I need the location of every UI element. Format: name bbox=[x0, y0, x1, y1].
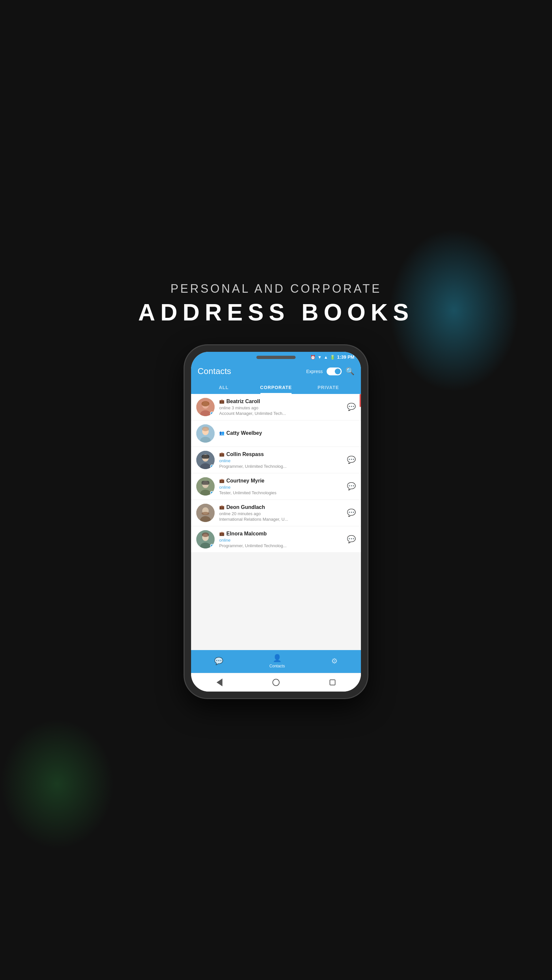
briefcase-icon: 💼 bbox=[219, 505, 224, 510]
phone-screen: ⏰ ▼ ▲ 🔋 1:39 PM Contacts Express bbox=[191, 352, 361, 692]
android-nav-bar bbox=[191, 673, 361, 692]
status-dot bbox=[210, 465, 214, 468]
status-dot bbox=[210, 491, 214, 495]
status-dot bbox=[210, 544, 214, 548]
tab-private[interactable]: PRIVATE bbox=[302, 382, 355, 394]
contact-info: 👥 Catty Weelbey bbox=[219, 430, 356, 437]
header-controls: Express 🔍 bbox=[306, 367, 355, 375]
group-icon: 👥 bbox=[219, 431, 224, 436]
app-header: Contacts Express 🔍 ALL CORP bbox=[191, 362, 361, 394]
avatar-img-2 bbox=[196, 424, 215, 442]
status-dot bbox=[210, 412, 214, 415]
svg-rect-15 bbox=[202, 481, 209, 485]
contact-info: 💼 Deon Gundlach online 20 minutes ago In… bbox=[219, 504, 344, 522]
svg-point-23 bbox=[202, 533, 209, 537]
table-row[interactable]: 💼 Collin Respass online Programmer, Unli… bbox=[191, 447, 361, 473]
back-button[interactable] bbox=[215, 678, 224, 687]
briefcase-icon: 💼 bbox=[219, 478, 224, 483]
recents-icon bbox=[329, 679, 336, 685]
signal-icon: ▲ bbox=[324, 355, 328, 360]
contact-status-online: online bbox=[219, 458, 344, 463]
express-label: Express bbox=[306, 369, 323, 374]
wifi-icon: ▼ bbox=[318, 355, 322, 360]
contact-subtitle: Programmer, Unlimited Technolog... bbox=[219, 464, 344, 469]
nav-item-settings[interactable]: ⚙ bbox=[331, 657, 338, 665]
phone-frame: ⏰ ▼ ▲ 🔋 1:39 PM Contacts Express bbox=[185, 345, 367, 698]
nav-item-contacts[interactable]: 👤 Contacts bbox=[269, 654, 285, 668]
svg-rect-11 bbox=[202, 455, 209, 459]
contact-status-online: online bbox=[219, 485, 344, 490]
battery-icon: 🔋 bbox=[330, 355, 335, 360]
bottom-nav: 💬 👤 Contacts ⚙ bbox=[191, 650, 361, 673]
contact-info: 💼 Elnora Malcomb online Programmer, Unli… bbox=[219, 531, 344, 548]
contact-subtitle: Account Manager, Unlimited Tech... bbox=[219, 411, 344, 416]
svg-point-19 bbox=[202, 512, 209, 515]
contact-subtitle: Programmer, Unlimited Technolog... bbox=[219, 543, 344, 548]
header-subtitle: PERSONAL AND CORPORATE bbox=[138, 282, 414, 296]
nav-contacts-label: Contacts bbox=[269, 664, 285, 668]
contact-info: 💼 Beatriz Caroll online 3 minutes ago Ac… bbox=[219, 399, 344, 416]
express-toggle[interactable] bbox=[327, 368, 342, 375]
contact-name: Courtney Myrie bbox=[226, 478, 264, 484]
contact-name: Deon Gundlach bbox=[226, 504, 265, 510]
avatar bbox=[196, 424, 215, 442]
avatar bbox=[196, 477, 215, 496]
tab-corporate[interactable]: CORPORATE bbox=[250, 382, 302, 394]
contact-subtitle: Tester, Unlimited Technologies bbox=[219, 490, 344, 495]
contact-status: online 20 minutes ago bbox=[219, 511, 344, 516]
table-row[interactable]: 💼 Courtney Myrie online Tester, Unlimite… bbox=[191, 473, 361, 500]
green-blob bbox=[0, 719, 115, 850]
tabs-bar: ALL CORPORATE PRIVATE bbox=[197, 382, 355, 394]
contact-status-online: online bbox=[219, 538, 344, 542]
alarm-icon: ⏰ bbox=[310, 355, 315, 360]
chat-icon[interactable]: 💬 bbox=[347, 403, 356, 411]
avatar bbox=[196, 451, 215, 469]
briefcase-icon: 💼 bbox=[219, 531, 224, 536]
table-row[interactable]: 💼 Elnora Malcomb online Programmer, Unli… bbox=[191, 526, 361, 553]
table-row[interactable]: 👥 Catty Weelbey bbox=[191, 420, 361, 447]
settings-nav-icon: ⚙ bbox=[331, 657, 338, 665]
page-container: PERSONAL AND CORPORATE ADDRESS BOOKS ⏰ ▼… bbox=[138, 282, 414, 698]
home-icon bbox=[272, 679, 280, 686]
avatar bbox=[196, 504, 215, 522]
contact-info: 💼 Courtney Myrie online Tester, Unlimite… bbox=[219, 478, 344, 495]
scrollbar bbox=[360, 394, 361, 407]
contact-subtitle: International Relations Manager, U... bbox=[219, 517, 344, 522]
table-row[interactable]: 💼 Beatriz Caroll online 3 minutes ago Ac… bbox=[191, 394, 361, 420]
status-icons: ⏰ ▼ ▲ 🔋 1:39 PM bbox=[310, 355, 355, 360]
app-header-top: Contacts Express 🔍 bbox=[197, 366, 355, 376]
status-time: 1:39 PM bbox=[337, 355, 355, 360]
avatar-img-5 bbox=[196, 504, 215, 522]
contact-name: Beatriz Caroll bbox=[226, 399, 260, 404]
chat-icon[interactable]: 💬 bbox=[347, 535, 356, 544]
app-title: Contacts bbox=[197, 366, 231, 376]
header-text: PERSONAL AND CORPORATE ADDRESS BOOKS bbox=[138, 282, 414, 326]
nav-item-messages[interactable]: 💬 bbox=[214, 657, 223, 665]
search-icon[interactable]: 🔍 bbox=[345, 367, 355, 375]
briefcase-icon: 💼 bbox=[219, 452, 224, 457]
avatar bbox=[196, 398, 215, 416]
chat-icon[interactable]: 💬 bbox=[347, 456, 356, 464]
header-title: ADDRESS BOOKS bbox=[138, 299, 414, 326]
tab-all[interactable]: ALL bbox=[197, 382, 250, 394]
contacts-list[interactable]: 💼 Beatriz Caroll online 3 minutes ago Ac… bbox=[191, 394, 361, 650]
contact-status: online 3 minutes ago bbox=[219, 406, 344, 410]
back-icon bbox=[216, 678, 223, 686]
briefcase-icon: 💼 bbox=[219, 399, 224, 404]
table-row[interactable]: 💼 Deon Gundlach online 20 minutes ago In… bbox=[191, 500, 361, 526]
recents-button[interactable] bbox=[328, 678, 337, 687]
contact-name: Elnora Malcomb bbox=[226, 531, 267, 537]
chat-icon[interactable]: 💬 bbox=[347, 482, 356, 491]
home-button[interactable] bbox=[271, 678, 281, 687]
messages-nav-icon: 💬 bbox=[214, 657, 223, 665]
chat-icon[interactable]: 💬 bbox=[347, 509, 356, 517]
svg-point-7 bbox=[202, 426, 209, 431]
contact-name: Catty Weelbey bbox=[226, 430, 262, 436]
toggle-knob bbox=[335, 369, 340, 374]
contact-info: 💼 Collin Respass online Programmer, Unli… bbox=[219, 452, 344, 469]
avatar bbox=[196, 530, 215, 549]
contacts-nav-icon: 👤 bbox=[273, 654, 282, 662]
contact-name: Collin Respass bbox=[226, 452, 264, 457]
phone-speaker bbox=[256, 356, 296, 359]
svg-point-3 bbox=[202, 401, 209, 406]
